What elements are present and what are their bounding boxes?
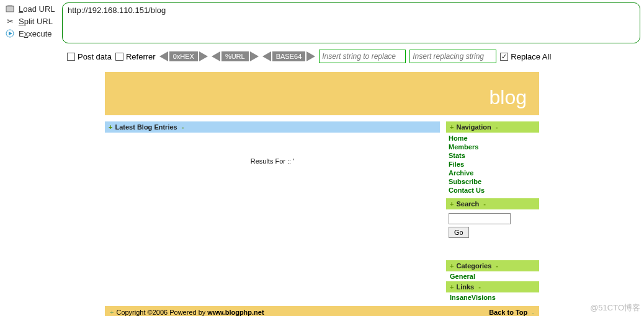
banner-title: blog (490, 86, 527, 109)
footer-copy: +Copyright ©2006 Powered by www.blogphp.… (110, 309, 264, 316)
banner: blog (105, 72, 539, 115)
referrer-checkbox[interactable]: Referrer (115, 52, 156, 61)
replace-all-checkbox[interactable]: Replace All (500, 52, 551, 61)
toolbar: Post data Referrer 0xHEX %URL BASE64 Rep… (0, 46, 644, 67)
nav-home[interactable]: Home (449, 134, 537, 143)
left-menu: Load URL ✂ Split URL Exxecute (0, 0, 62, 46)
svg-rect-1 (7, 5, 12, 7)
results-text: Results For :: ' (105, 133, 440, 190)
replace-to-input[interactable] (409, 50, 496, 63)
search-header: +Search - (446, 198, 539, 209)
load-icon (5, 4, 15, 14)
back-to-top[interactable]: Back to Top - (489, 309, 534, 316)
load-url-button[interactable]: Load URL (0, 2, 62, 15)
execute-label: Exxecute (19, 29, 51, 38)
base64-button[interactable]: BASE64 (262, 51, 316, 61)
links-header: +Links - (446, 281, 539, 292)
nav-stats[interactable]: Stats (449, 151, 537, 160)
split-url-button[interactable]: ✂ Split URL (0, 15, 62, 27)
load-label: Load URL (19, 4, 55, 14)
replace-from-input[interactable] (319, 50, 406, 63)
postdata-checkbox[interactable]: Post data (67, 52, 112, 61)
urlenc-button[interactable]: %URL (212, 51, 259, 61)
latest-entries-header: +Latest Blog Entries - (105, 121, 440, 133)
blog-page: blog +Latest Blog Entries - Results For … (105, 72, 539, 316)
link-insanevisions[interactable]: InsaneVisions (446, 292, 539, 302)
execute-button[interactable]: Exxecute (0, 27, 62, 40)
play-icon (5, 29, 15, 38)
nav-list: Home Members Stats Files Archive Subscri… (446, 133, 539, 198)
nav-contact[interactable]: Contact Us (449, 186, 537, 195)
nav-subscribe[interactable]: Subscribe (449, 177, 537, 186)
categories-header: +Categories - (446, 260, 539, 271)
hex-button[interactable]: 0xHEX (159, 51, 208, 61)
search-input[interactable] (449, 213, 511, 224)
nav-archive[interactable]: Archive (449, 169, 537, 177)
nav-members[interactable]: Members (449, 143, 537, 151)
split-label: Split URL (19, 17, 53, 26)
go-button[interactable]: Go (449, 227, 469, 238)
svg-rect-0 (6, 6, 14, 12)
category-general[interactable]: General (446, 271, 539, 281)
url-input[interactable]: http://192.168.110.151/blog (62, 2, 640, 43)
footer: +Copyright ©2006 Powered by www.blogphp.… (105, 306, 539, 316)
nav-files[interactable]: Files (449, 160, 537, 169)
watermark: @51CTO博客 (590, 302, 640, 314)
nav-header: +Navigation - (446, 121, 539, 133)
scissors-icon: ✂ (5, 16, 15, 26)
